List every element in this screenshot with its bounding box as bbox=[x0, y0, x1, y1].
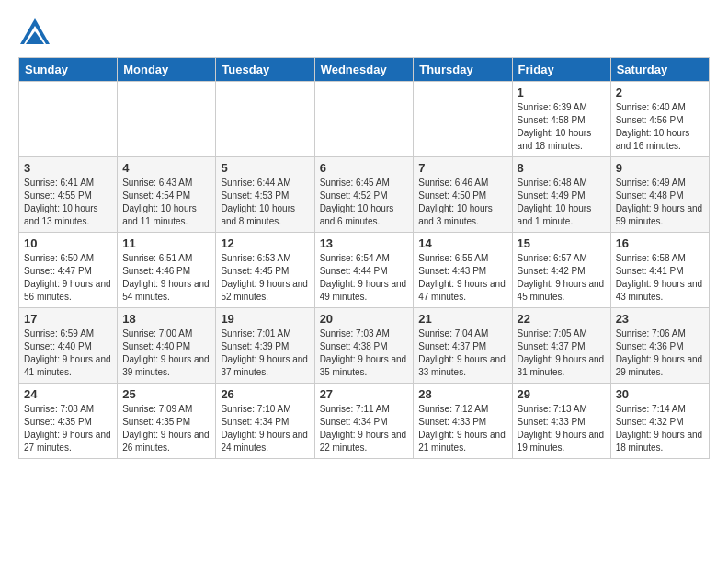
calendar-week-row: 24Sunrise: 7:08 AM Sunset: 4:35 PM Dayli… bbox=[19, 384, 710, 459]
page: SundayMondayTuesdayWednesdayThursdayFrid… bbox=[0, 0, 728, 468]
calendar-cell: 3Sunrise: 6:41 AM Sunset: 4:55 PM Daylig… bbox=[19, 157, 118, 233]
day-info: Sunrise: 7:09 AM Sunset: 4:35 PM Dayligh… bbox=[122, 403, 210, 454]
day-info: Sunrise: 7:08 AM Sunset: 4:35 PM Dayligh… bbox=[24, 403, 112, 454]
calendar-header-friday: Friday bbox=[512, 58, 610, 82]
day-info: Sunrise: 6:45 AM Sunset: 4:52 PM Dayligh… bbox=[320, 177, 409, 228]
day-info: Sunrise: 7:04 AM Sunset: 4:37 PM Dayligh… bbox=[418, 327, 506, 379]
day-info: Sunrise: 6:55 AM Sunset: 4:43 PM Dayligh… bbox=[418, 252, 506, 304]
day-info: Sunrise: 7:11 AM Sunset: 4:34 PM Dayligh… bbox=[320, 403, 409, 454]
calendar-cell: 10Sunrise: 6:50 AM Sunset: 4:47 PM Dayli… bbox=[19, 233, 118, 308]
calendar-week-row: 17Sunrise: 6:59 AM Sunset: 4:40 PM Dayli… bbox=[19, 308, 710, 384]
calendar-cell: 8Sunrise: 6:48 AM Sunset: 4:49 PM Daylig… bbox=[512, 157, 610, 233]
calendar-cell: 20Sunrise: 7:03 AM Sunset: 4:38 PM Dayli… bbox=[314, 308, 414, 384]
day-info: Sunrise: 6:50 AM Sunset: 4:47 PM Dayligh… bbox=[24, 252, 112, 304]
day-number: 16 bbox=[616, 236, 704, 250]
calendar-cell: 14Sunrise: 6:55 AM Sunset: 4:43 PM Dayli… bbox=[414, 233, 512, 308]
header bbox=[18, 15, 710, 48]
day-number: 20 bbox=[320, 312, 409, 326]
day-number: 28 bbox=[418, 387, 506, 401]
calendar-cell: 6Sunrise: 6:45 AM Sunset: 4:52 PM Daylig… bbox=[314, 157, 414, 233]
calendar-cell: 2Sunrise: 6:40 AM Sunset: 4:56 PM Daylig… bbox=[610, 82, 709, 157]
calendar-cell: 13Sunrise: 6:54 AM Sunset: 4:44 PM Dayli… bbox=[314, 233, 414, 308]
day-info: Sunrise: 6:39 AM Sunset: 4:58 PM Dayligh… bbox=[518, 101, 606, 153]
calendar-cell: 24Sunrise: 7:08 AM Sunset: 4:35 PM Dayli… bbox=[19, 384, 118, 459]
day-info: Sunrise: 7:13 AM Sunset: 4:33 PM Dayligh… bbox=[518, 403, 606, 454]
day-info: Sunrise: 7:14 AM Sunset: 4:32 PM Dayligh… bbox=[616, 403, 704, 454]
day-number: 5 bbox=[221, 161, 309, 175]
calendar-cell: 5Sunrise: 6:44 AM Sunset: 4:53 PM Daylig… bbox=[216, 157, 314, 233]
calendar-week-row: 10Sunrise: 6:50 AM Sunset: 4:47 PM Dayli… bbox=[19, 233, 710, 308]
day-info: Sunrise: 6:41 AM Sunset: 4:55 PM Dayligh… bbox=[24, 177, 112, 228]
calendar-header-saturday: Saturday bbox=[610, 58, 709, 82]
day-number: 30 bbox=[616, 387, 704, 401]
day-number: 7 bbox=[418, 161, 506, 175]
day-number: 15 bbox=[518, 236, 606, 250]
day-info: Sunrise: 6:57 AM Sunset: 4:42 PM Dayligh… bbox=[518, 252, 606, 304]
day-info: Sunrise: 7:05 AM Sunset: 4:37 PM Dayligh… bbox=[518, 327, 606, 379]
calendar-header-thursday: Thursday bbox=[414, 58, 512, 82]
day-info: Sunrise: 6:49 AM Sunset: 4:48 PM Dayligh… bbox=[616, 177, 704, 228]
day-info: Sunrise: 6:46 AM Sunset: 4:50 PM Dayligh… bbox=[418, 177, 506, 228]
calendar-cell: 25Sunrise: 7:09 AM Sunset: 4:35 PM Dayli… bbox=[118, 384, 216, 459]
calendar-cell: 7Sunrise: 6:46 AM Sunset: 4:50 PM Daylig… bbox=[414, 157, 512, 233]
calendar-cell: 19Sunrise: 7:01 AM Sunset: 4:39 PM Dayli… bbox=[216, 308, 314, 384]
calendar-header-tuesday: Tuesday bbox=[216, 58, 314, 82]
day-info: Sunrise: 6:43 AM Sunset: 4:54 PM Dayligh… bbox=[122, 177, 210, 228]
day-number: 3 bbox=[24, 161, 112, 175]
logo bbox=[18, 15, 55, 48]
day-number: 12 bbox=[221, 236, 309, 250]
day-info: Sunrise: 7:12 AM Sunset: 4:33 PM Dayligh… bbox=[418, 403, 506, 454]
calendar-header-monday: Monday bbox=[118, 58, 216, 82]
calendar-week-row: 3Sunrise: 6:41 AM Sunset: 4:55 PM Daylig… bbox=[19, 157, 710, 233]
day-info: Sunrise: 6:58 AM Sunset: 4:41 PM Dayligh… bbox=[616, 252, 704, 304]
day-info: Sunrise: 6:44 AM Sunset: 4:53 PM Dayligh… bbox=[221, 177, 309, 228]
calendar-cell: 1Sunrise: 6:39 AM Sunset: 4:58 PM Daylig… bbox=[512, 82, 610, 157]
calendar-cell bbox=[314, 82, 414, 157]
day-number: 19 bbox=[221, 312, 309, 326]
calendar-cell bbox=[216, 82, 314, 157]
day-info: Sunrise: 7:03 AM Sunset: 4:38 PM Dayligh… bbox=[320, 327, 409, 379]
day-number: 8 bbox=[518, 161, 606, 175]
calendar-cell: 29Sunrise: 7:13 AM Sunset: 4:33 PM Dayli… bbox=[512, 384, 610, 459]
calendar-cell: 28Sunrise: 7:12 AM Sunset: 4:33 PM Dayli… bbox=[414, 384, 512, 459]
calendar-cell bbox=[118, 82, 216, 157]
calendar-cell: 17Sunrise: 6:59 AM Sunset: 4:40 PM Dayli… bbox=[19, 308, 118, 384]
calendar-table: SundayMondayTuesdayWednesdayThursdayFrid… bbox=[18, 57, 710, 459]
calendar-cell: 30Sunrise: 7:14 AM Sunset: 4:32 PM Dayli… bbox=[610, 384, 709, 459]
calendar-cell: 16Sunrise: 6:58 AM Sunset: 4:41 PM Dayli… bbox=[610, 233, 709, 308]
calendar-week-row: 1Sunrise: 6:39 AM Sunset: 4:58 PM Daylig… bbox=[19, 82, 710, 157]
day-info: Sunrise: 7:10 AM Sunset: 4:34 PM Dayligh… bbox=[221, 403, 309, 454]
calendar-cell bbox=[19, 82, 118, 157]
day-info: Sunrise: 6:40 AM Sunset: 4:56 PM Dayligh… bbox=[616, 101, 704, 153]
calendar-cell: 26Sunrise: 7:10 AM Sunset: 4:34 PM Dayli… bbox=[216, 384, 314, 459]
day-number: 24 bbox=[24, 387, 112, 401]
day-info: Sunrise: 6:51 AM Sunset: 4:46 PM Dayligh… bbox=[122, 252, 210, 304]
calendar-cell: 9Sunrise: 6:49 AM Sunset: 4:48 PM Daylig… bbox=[610, 157, 709, 233]
calendar-cell: 12Sunrise: 6:53 AM Sunset: 4:45 PM Dayli… bbox=[216, 233, 314, 308]
day-info: Sunrise: 6:59 AM Sunset: 4:40 PM Dayligh… bbox=[24, 327, 112, 379]
day-number: 10 bbox=[24, 236, 112, 250]
calendar-cell: 21Sunrise: 7:04 AM Sunset: 4:37 PM Dayli… bbox=[414, 308, 512, 384]
day-info: Sunrise: 6:54 AM Sunset: 4:44 PM Dayligh… bbox=[320, 252, 409, 304]
calendar-cell: 22Sunrise: 7:05 AM Sunset: 4:37 PM Dayli… bbox=[512, 308, 610, 384]
day-number: 23 bbox=[616, 312, 704, 326]
calendar-cell: 23Sunrise: 7:06 AM Sunset: 4:36 PM Dayli… bbox=[610, 308, 709, 384]
day-info: Sunrise: 7:00 AM Sunset: 4:40 PM Dayligh… bbox=[122, 327, 210, 379]
calendar-header-row: SundayMondayTuesdayWednesdayThursdayFrid… bbox=[19, 58, 710, 82]
day-number: 17 bbox=[24, 312, 112, 326]
day-info: Sunrise: 7:06 AM Sunset: 4:36 PM Dayligh… bbox=[616, 327, 704, 379]
day-info: Sunrise: 6:48 AM Sunset: 4:49 PM Dayligh… bbox=[518, 177, 606, 228]
day-number: 21 bbox=[418, 312, 506, 326]
calendar-cell: 18Sunrise: 7:00 AM Sunset: 4:40 PM Dayli… bbox=[118, 308, 216, 384]
day-number: 27 bbox=[320, 387, 409, 401]
day-number: 14 bbox=[418, 236, 506, 250]
day-number: 25 bbox=[122, 387, 210, 401]
calendar-cell: 4Sunrise: 6:43 AM Sunset: 4:54 PM Daylig… bbox=[118, 157, 216, 233]
day-number: 1 bbox=[518, 86, 606, 99]
calendar-cell bbox=[414, 82, 512, 157]
calendar-header-wednesday: Wednesday bbox=[314, 58, 414, 82]
day-number: 29 bbox=[518, 387, 606, 401]
logo-icon bbox=[18, 15, 51, 48]
day-number: 26 bbox=[221, 387, 309, 401]
day-number: 22 bbox=[518, 312, 606, 326]
